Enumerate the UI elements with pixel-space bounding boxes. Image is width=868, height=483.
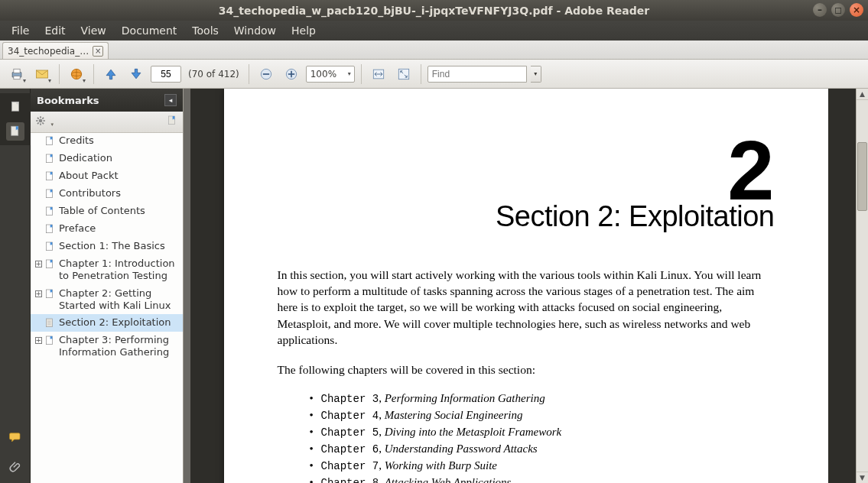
menu-help[interactable]: Help (284, 22, 323, 39)
attachments-panel-button[interactable] (6, 457, 24, 475)
zoom-out-button[interactable] (255, 63, 277, 85)
title-bar: 34_techopedia_w_pacb120_bjBU-_i-jpqxTeVF… (0, 0, 868, 21)
email-button[interactable] (31, 63, 53, 85)
minimize-button[interactable]: – (813, 3, 827, 17)
bookmark-item[interactable]: Dedication (31, 150, 183, 167)
zoom-select[interactable]: 100% (306, 66, 355, 83)
expand-toggle[interactable]: + (34, 259, 43, 269)
fit-page-button[interactable] (393, 63, 414, 85)
svg-rect-1 (14, 69, 20, 73)
zoom-value: 100% (310, 69, 336, 79)
bookmark-page-icon (44, 153, 56, 165)
svg-rect-2 (14, 76, 20, 79)
chapter-number: 5 (372, 426, 379, 439)
bookmark-page-icon (44, 170, 56, 183)
document-tabs: 34_techopedia_… × (0, 41, 868, 60)
bookmark-item[interactable]: Table of Contents (31, 203, 183, 220)
nav-rail (0, 89, 31, 483)
chapter-title: Attacking Web Applications (385, 476, 512, 483)
page-thumb-icon (8, 100, 22, 114)
expand-toggle[interactable]: + (34, 289, 43, 299)
bookmark-label: About Packt (59, 170, 180, 182)
bookmark-item[interactable]: Contributors (31, 185, 183, 203)
section-title: Section 2: Exploitation (278, 200, 775, 233)
bookmark-item[interactable]: +Chapter 3: Performing Information Gathe… (31, 332, 183, 361)
chapter-number: 7 (372, 460, 379, 472)
menu-document[interactable]: Document (115, 22, 184, 39)
bookmarks-options-button[interactable] (35, 115, 54, 128)
main-area: Bookmarks ◂ CreditsDedicationAbout Packt… (0, 89, 868, 483)
maximize-button[interactable]: ◻ (831, 3, 845, 17)
bookmark-item[interactable]: +Chapter 2: Getting Started with Kali Li… (31, 285, 183, 315)
tab-close-button[interactable]: × (93, 46, 103, 57)
bookmark-item[interactable]: About Packt (31, 167, 183, 185)
intro-paragraph: In this section, you will start actively… (278, 267, 775, 348)
fit-width-button[interactable] (368, 63, 389, 85)
chapter-word: Chapter (321, 410, 372, 422)
page-number-input[interactable] (151, 66, 181, 83)
menu-window[interactable]: Window (227, 22, 283, 39)
collab-button[interactable] (66, 63, 87, 85)
toolbar: (70 of 412) 100% ▾ (0, 60, 868, 89)
find-input[interactable] (427, 66, 527, 83)
collapse-panel-button[interactable]: ◂ (164, 94, 177, 106)
pdf-page: 2 Section 2: Exploitation In this sectio… (224, 89, 828, 483)
vertical-scrollbar[interactable]: ▲ ▼ (856, 89, 868, 483)
menu-tools[interactable]: Tools (185, 22, 226, 39)
plus-icon (284, 66, 299, 82)
menu-view[interactable]: View (74, 22, 113, 39)
close-button[interactable]: × (850, 3, 863, 17)
zoom-in-button[interactable] (281, 63, 302, 85)
scroll-thumb[interactable] (857, 142, 867, 211)
svg-line-23 (42, 118, 44, 119)
printer-icon (9, 66, 24, 82)
chapter-list-item: Chapter 5, Diving into the Metasploit Fr… (322, 426, 775, 439)
page-view[interactable]: 2 Section 2: Exploitation In this sectio… (184, 89, 868, 483)
pages-panel-button[interactable] (6, 98, 24, 116)
bookmark-item[interactable]: Section 2: Exploitation (31, 314, 183, 332)
chapter-list-item: Chapter 4, Mastering Social Engineering (322, 409, 775, 422)
bookmark-item[interactable]: +Chapter 1: Introduction to Penetration … (31, 255, 183, 285)
menu-edit[interactable]: Edit (37, 22, 72, 39)
scroll-down-button[interactable]: ▼ (857, 472, 868, 483)
globe-icon (69, 66, 84, 82)
svg-point-15 (39, 119, 43, 123)
bookmark-item[interactable]: Section 1: The Basics (31, 238, 183, 255)
document-tab[interactable]: 34_techopedia_… × (2, 42, 109, 59)
bookmark-page-icon (44, 288, 56, 300)
toolbar-separator (421, 64, 421, 84)
page-total-label: (70 of 412) (185, 69, 242, 79)
chapter-list: Chapter 3, Performing Information Gather… (278, 392, 775, 483)
bookmark-page-icon (44, 258, 56, 271)
expand-toggle[interactable]: + (34, 336, 43, 345)
bookmark-label: Dedication (59, 152, 180, 164)
chapter-word: Chapter (321, 477, 372, 483)
print-button[interactable] (6, 63, 28, 85)
page-gutter (190, 89, 224, 483)
svg-rect-12 (398, 69, 408, 79)
menu-file[interactable]: File (5, 22, 36, 39)
chapter-title: Understanding Password Attacks (385, 442, 538, 455)
comments-panel-button[interactable] (6, 428, 24, 446)
bookmark-label: Section 2: Exploitation (59, 316, 180, 329)
toolbar-separator (361, 64, 362, 84)
bookmarks-toolbar (31, 112, 183, 133)
scroll-up-button[interactable]: ▲ (857, 89, 868, 100)
bookmark-page-icon (44, 335, 56, 347)
section-number: 2 (278, 135, 775, 206)
bookmark-label: Contributors (59, 187, 180, 199)
goto-bookmark-button[interactable] (166, 115, 178, 129)
prev-page-button[interactable] (100, 63, 122, 85)
toolbar-separator (93, 64, 94, 84)
bookmarks-list[interactable]: CreditsDedicationAbout PacktContributors… (31, 133, 183, 483)
bookmarks-panel-button[interactable] (6, 122, 24, 141)
find-dropdown[interactable]: ▾ (531, 66, 541, 83)
chapter-number: 4 (372, 410, 379, 422)
bookmarks-panel: Bookmarks ◂ CreditsDedicationAbout Packt… (31, 89, 184, 483)
next-page-button[interactable] (125, 63, 147, 85)
chapter-list-item: Chapter 7, Working with Burp Suite (322, 459, 775, 472)
bookmark-item[interactable]: Credits (31, 135, 183, 150)
bookmark-item[interactable]: Preface (31, 220, 183, 238)
chapter-list-item: Chapter 3, Performing Information Gather… (322, 392, 775, 405)
bookmark-label: Credits (59, 135, 180, 147)
